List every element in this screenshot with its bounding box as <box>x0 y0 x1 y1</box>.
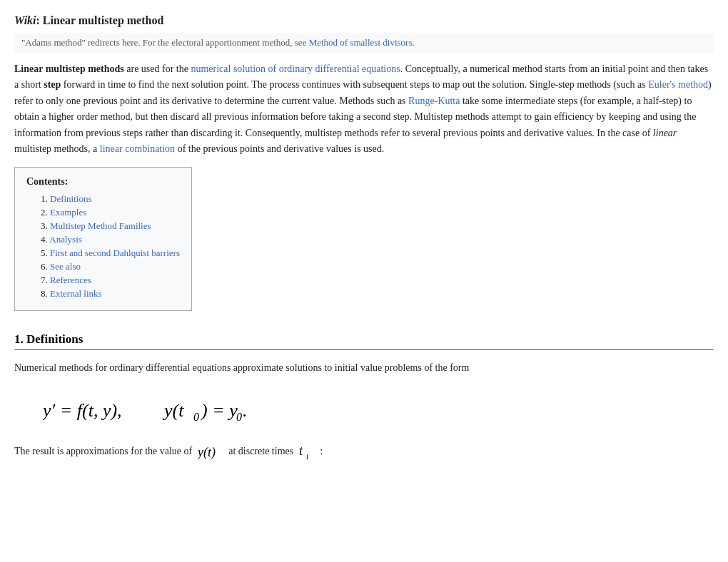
title-text: : Linear multistep method <box>36 14 164 26</box>
toc-link-7[interactable]: References <box>50 275 91 285</box>
toc-link-8[interactable]: External links <box>50 288 102 299</box>
toc-link-5[interactable]: First and second Dahlquist barriers <box>50 247 180 258</box>
hatnote: "Adams method" redirects here. For the e… <box>14 33 714 53</box>
result-line: The result is approximations for the val… <box>14 442 714 462</box>
toc-item-1: Definitions <box>41 193 180 205</box>
math-equation-block: y′ = f(t, y), y(t 0 ) = y 0 . <box>43 389 714 429</box>
svg-text:.: . <box>243 400 248 421</box>
toc-link-3[interactable]: Multistep Method Families <box>50 220 151 231</box>
toc-item-7: References <box>41 275 180 286</box>
table-of-contents: Contents: Definitions Examples Multistep… <box>14 167 192 311</box>
linear-italic: linear <box>653 128 677 138</box>
result-math-yt: y(t) <box>198 442 223 462</box>
toc-item-6: See also <box>41 261 180 272</box>
svg-text:y(t): y(t) <box>198 445 216 460</box>
step-bold: step <box>44 79 61 90</box>
svg-text:y′ = f(t, y),: y′ = f(t, y), <box>43 400 122 421</box>
svg-text:0: 0 <box>236 411 242 423</box>
toc-link-1[interactable]: Definitions <box>50 193 92 204</box>
toc-title: Contents: <box>26 176 180 188</box>
toc-item-5: First and second Dahlquist barriers <box>41 247 180 259</box>
svg-text:0: 0 <box>193 411 199 423</box>
svg-text:) = y: ) = y <box>200 400 238 421</box>
section-heading-definitions: 1. Definitions <box>14 332 714 350</box>
toc-item-3: Multistep Method Families <box>41 220 180 232</box>
toc-link-4[interactable]: Analysis <box>49 234 82 245</box>
page-title: Wiki: Linear multistep method <box>14 14 714 27</box>
link-eulers-method[interactable]: Euler's method <box>648 79 708 90</box>
toc-link-6[interactable]: See also <box>50 261 81 272</box>
hatnote-text-before: "Adams method" redirects here. For the e… <box>21 37 309 48</box>
result-text-before: The result is approximations for the val… <box>14 446 192 456</box>
result-text-after: : <box>320 446 323 456</box>
toc-item-2: Examples <box>41 207 180 218</box>
link-numerical-solution[interactable]: numerical solution of ordinary different… <box>191 63 400 74</box>
svg-text:t: t <box>299 444 303 458</box>
link-runge-kutta[interactable]: Runge-Kutta <box>408 96 460 106</box>
hatnote-link[interactable]: Method of smallest divisors <box>309 37 413 48</box>
toc-item-8: External links <box>41 288 180 300</box>
math-equation-svg: y′ = f(t, y), y(t 0 ) = y 0 . <box>43 389 271 425</box>
intro-paragraph: Linear multistep methods are used for th… <box>14 61 714 157</box>
hatnote-text-after: . <box>412 37 414 48</box>
result-math-ti: t i <box>299 442 315 462</box>
toc-item-4: Analysis <box>41 234 180 245</box>
toc-link-2[interactable]: Examples <box>50 207 86 218</box>
wiki-prefix: Wiki <box>14 14 36 26</box>
intro-bold: Linear multistep methods <box>14 63 124 74</box>
svg-text:y(t: y(t <box>162 400 184 421</box>
svg-text:i: i <box>306 451 308 461</box>
toc-list: Definitions Examples Multistep Method Fa… <box>26 193 180 300</box>
result-text-between: at discrete times <box>228 446 293 456</box>
section1-body: Numerical methods for ordinary different… <box>14 360 714 376</box>
link-linear-combination[interactable]: linear combination <box>100 143 175 154</box>
